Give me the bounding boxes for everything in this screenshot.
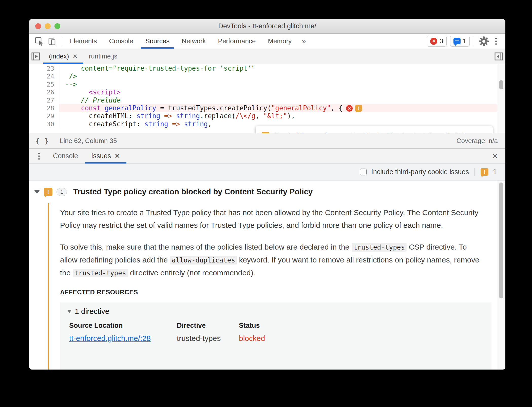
source-tabs: (index)✕runtime.js [43,49,123,64]
window-title: DevTools - tt-enforced.glitch.me/ [29,22,505,30]
inline-code: trusted-types [352,243,407,252]
message-bubble-icon [453,38,461,44]
sources-status-bar: { } Line 62, Column 35 Coverage: n/a [29,133,505,149]
inspect-cursor-icon [34,36,44,46]
issue-count-badge[interactable]: 1 [450,36,470,47]
device-toolbar-button[interactable] [46,34,59,49]
code-text: createHTML: string => string.replace(/\<… [59,112,505,120]
drawer-tabbar: ConsoleIssues✕ ✕ [29,149,505,164]
directive-group-label: 1 directive [75,307,109,316]
issue-warning-icon[interactable]: ! [355,105,362,112]
desktop-background: DevTools - tt-enforced.glitch.me/ Elemen… [0,0,532,407]
source-tab-index[interactable]: (index)✕ [43,49,83,64]
source-tab-runtime-js[interactable]: runtime.js [83,49,123,64]
source-location-link[interactable]: tt-enforced.glitch.me/:28 [69,334,177,343]
show-navigator-button[interactable] [29,49,43,64]
tab-performance[interactable]: Performance [212,34,262,49]
close-drawer-button[interactable]: ✕ [492,149,505,164]
status-value: blocked [239,334,491,343]
source-tab-label: (index) [49,52,69,60]
issue-warning-icon: ! [481,168,488,176]
toolbar-divider [61,37,61,45]
inspect-element-button[interactable] [33,34,46,49]
drawer-tab-label: Console [53,152,78,160]
third-party-cookies-checkbox[interactable] [360,169,367,175]
close-tab-icon[interactable]: ✕ [72,53,78,60]
code-line-27[interactable]: 27 // Prelude [29,96,505,104]
code-text: // Prelude [59,96,505,104]
error-count: 3 [440,37,443,45]
code-lines: 23 content="require-trusted-types-for 's… [29,65,505,128]
toolbar-right-cluster: ✕ 3 1 [427,34,505,49]
code-line-23[interactable]: 23 content="require-trusted-types-for 's… [29,65,505,72]
panel-tab-strip: ElementsConsoleSourcesNetworkPerformance… [63,34,298,49]
code-text: <script> [59,88,505,96]
panel-left-open-icon [31,52,41,61]
drawer-menu-button[interactable] [36,149,42,164]
editor-scrollbar-thumb[interactable] [499,80,503,89]
code-text: /> [59,72,505,80]
tooltip-text: Trusted Type policy creation blocked by … [274,131,473,133]
issue-count-pill: 1 [56,188,67,196]
main-menu-button[interactable] [493,38,499,45]
issues-scrollbar-thumb[interactable] [499,182,503,298]
issues-panel: ! 1 Trusted Type policy creation blocked… [29,180,505,370]
inline-code: allow-duplicates [170,256,237,264]
checkbox-label[interactable]: Include third-party cookie issues [371,168,469,176]
tab-elements[interactable]: Elements [63,34,103,49]
line-number[interactable]: 29 [29,112,59,120]
line-number[interactable]: 26 [29,88,59,96]
error-circle-icon: ✕ [430,38,437,45]
tab-console[interactable]: Console [103,34,139,49]
code-line-26[interactable]: 26 <script> [29,88,505,96]
editor-scrollbar[interactable] [497,64,505,133]
cursor-position: Line 62, Column 35 [60,137,117,145]
settings-button[interactable] [478,36,490,46]
message-count: 1 [463,37,466,45]
line-number[interactable]: 24 [29,72,59,80]
code-text: content="require-trusted-types-for 'scri… [59,65,505,72]
issues-scrollbar[interactable] [497,180,505,370]
code-editor[interactable]: 23 content="require-trusted-types-for 's… [29,64,505,133]
issue-tooltip: ! Trusted Type policy creation blocked b… [256,126,493,133]
issue-warning-icon: ! [44,188,52,196]
line-number[interactable]: 23 [29,65,59,72]
tab-sources[interactable]: Sources [139,34,176,49]
code-line-25[interactable]: 25 --> [29,80,505,88]
tab-memory[interactable]: Memory [262,34,298,49]
line-number[interactable]: 27 [29,96,59,104]
triangle-down-icon [67,310,72,313]
code-line-29[interactable]: 29 createHTML: string => string.replace(… [29,112,505,120]
affected-resources-table: Source LocationDirectiveStatustt-enforce… [69,322,491,343]
gear-icon [479,36,489,46]
pretty-print-icon[interactable]: { } [36,137,49,145]
devtools-main-toolbar: ElementsConsoleSourcesNetworkPerformance… [29,34,505,49]
drawer-tab-issues[interactable]: Issues✕ [85,149,127,164]
issues-warning-count: 1 [493,168,497,176]
drawer-tab-console[interactable]: Console [46,149,85,164]
chevron-double-right-icon: » [302,37,306,46]
more-panels-button[interactable]: » [298,34,310,49]
inline-code: trusted-types [73,269,128,277]
affected-resources-panel: 1 directive Source LocationDirectiveStat… [60,302,491,370]
line-number[interactable]: 25 [29,80,59,88]
close-tab-icon[interactable]: ✕ [115,152,120,160]
toolbar-divider [474,168,475,176]
triangle-down-icon[interactable] [34,190,40,194]
line-number[interactable]: 28 [29,104,59,112]
tab-network[interactable]: Network [176,34,212,49]
error-count-badge[interactable]: ✕ 3 [427,36,446,47]
issues-toolbar: Include third-party cookie issues ! 1 [29,164,505,180]
error-circle-icon[interactable]: ✕ [346,105,353,112]
line-number[interactable]: 30 [29,120,59,128]
issue-header[interactable]: ! 1 Trusted Type policy creation blocked… [29,186,505,198]
code-line-28[interactable]: 28 const generalPolicy = trustedTypes.cr… [29,104,505,112]
affected-resources-heading: AFFECTED RESOURCES [60,289,491,296]
directive-group-toggle[interactable]: 1 directive [67,307,491,316]
issue-description-2: To solve this, make sure that the names … [60,241,484,279]
code-line-24[interactable]: 24 /> [29,72,505,80]
table-header-source-location: Source Location [69,322,177,330]
show-debugger-sidebar-button[interactable] [491,49,505,64]
code-text: const generalPolicy = trustedTypes.creat… [59,104,505,112]
issue-warning-icon: ! [262,132,269,133]
